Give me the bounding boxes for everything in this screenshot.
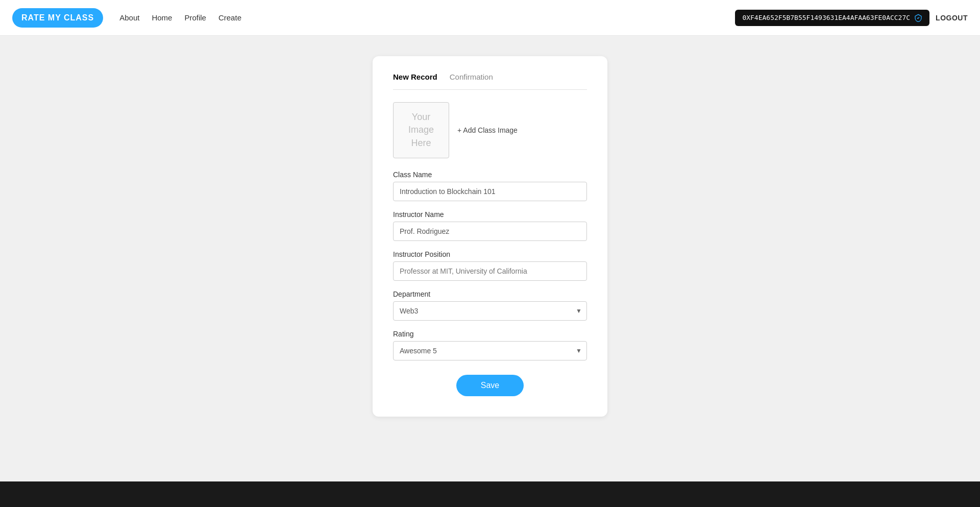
instructor-position-group: Instructor Position	[393, 250, 587, 281]
nav-create[interactable]: Create	[218, 13, 241, 22]
tab-confirmation[interactable]: Confirmation	[450, 73, 493, 83]
save-btn-wrapper: Save	[393, 375, 587, 396]
wallet-address: 0XF4EA652F5B7B55F1493631EA4AFAA63FE0ACC2…	[742, 14, 910, 21]
image-placeholder[interactable]: YourImageHere	[393, 102, 449, 158]
department-select-wrapper: Web3 Computer Science Mathematics ▼	[393, 301, 587, 321]
logout-button[interactable]: LOGOUT	[936, 14, 968, 22]
department-select[interactable]: Web3 Computer Science Mathematics	[393, 301, 587, 321]
class-name-group: Class Name	[393, 171, 587, 201]
department-group: Department Web3 Computer Science Mathema…	[393, 290, 587, 321]
instructor-name-group: Instructor Name	[393, 210, 587, 241]
form-card: New Record Confirmation YourImageHere + …	[373, 56, 607, 417]
image-section: YourImageHere + Add Class Image	[393, 102, 587, 158]
rating-label: Rating	[393, 330, 587, 338]
department-label: Department	[393, 290, 587, 298]
tabs: New Record Confirmation	[393, 73, 587, 90]
class-name-input[interactable]	[393, 182, 587, 201]
nav-about[interactable]: About	[119, 13, 139, 22]
instructor-name-input[interactable]	[393, 222, 587, 241]
rating-group: Rating Awesome 5 Great 4 Good 3 Fair 2 P…	[393, 330, 587, 360]
navbar: RATE MY CLASS About Home Profile Create …	[0, 0, 980, 36]
tab-new-record[interactable]: New Record	[393, 73, 437, 83]
navbar-right: 0XF4EA652F5B7B55F1493631EA4AFAA63FE0ACC2…	[735, 10, 968, 26]
nav-links: About Home Profile Create	[119, 13, 241, 22]
shield-icon	[914, 14, 922, 22]
rating-select-wrapper: Awesome 5 Great 4 Good 3 Fair 2 Poor 1 ▼	[393, 341, 587, 360]
instructor-name-label: Instructor Name	[393, 210, 587, 219]
wallet-badge: 0XF4EA652F5B7B55F1493631EA4AFAA63FE0ACC2…	[735, 10, 929, 26]
logo[interactable]: RATE MY CLASS	[12, 8, 103, 28]
add-image-button[interactable]: + Add Class Image	[457, 126, 518, 134]
save-button[interactable]: Save	[456, 375, 524, 396]
class-name-label: Class Name	[393, 171, 587, 179]
instructor-position-input[interactable]	[393, 261, 587, 281]
rating-select[interactable]: Awesome 5 Great 4 Good 3 Fair 2 Poor 1	[393, 341, 587, 360]
main-content: New Record Confirmation YourImageHere + …	[0, 36, 980, 481]
navbar-left: RATE MY CLASS About Home Profile Create	[12, 8, 241, 28]
image-placeholder-text: YourImageHere	[408, 111, 434, 150]
footer	[0, 481, 980, 507]
nav-profile[interactable]: Profile	[184, 13, 206, 22]
nav-home[interactable]: Home	[152, 13, 172, 22]
instructor-position-label: Instructor Position	[393, 250, 587, 258]
